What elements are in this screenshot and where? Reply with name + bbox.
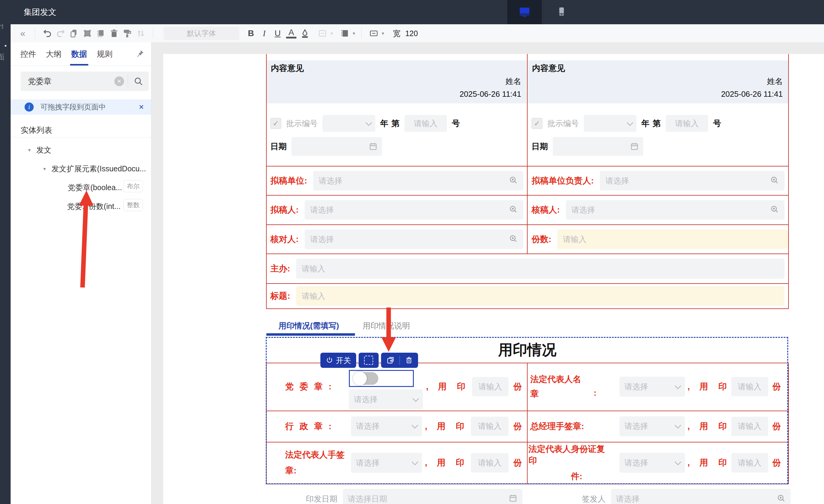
drafting-unit-row: 拟稿单位: 请选择: [270, 166, 523, 195]
undo-button[interactable]: [41, 27, 54, 40]
desktop-view-toggle[interactable]: [507, 0, 542, 24]
drafting-unit-head-row: 拟稿单位负责人: 请选择: [531, 166, 785, 195]
tab-outline[interactable]: 大纲: [46, 42, 62, 66]
search-button[interactable]: [128, 72, 149, 91]
number-input[interactable]: 请输入: [665, 115, 708, 132]
title-row: 标题: 请输入: [270, 284, 785, 308]
panel-tabs: 控件 大纲 数据 规则: [11, 42, 151, 66]
opinion-title: 内容意见: [532, 63, 565, 74]
close-icon[interactable]: ×: [139, 102, 144, 112]
copies-row: 份数: 请输入: [531, 225, 788, 254]
chevron-down-icon[interactable]: ▼: [381, 31, 385, 36]
print-date-label: 印发日期: [306, 494, 337, 504]
search-value[interactable]: 党委章: [21, 76, 114, 87]
issue-label: 第: [391, 118, 400, 129]
tree-node-root[interactable]: ▼ 发文: [27, 145, 51, 155]
field-label: 核稿人:: [531, 204, 560, 216]
approval-checkbox[interactable]: ✓: [531, 118, 542, 129]
toolbar-separator: [153, 28, 153, 38]
tab-data[interactable]: 数据: [71, 42, 87, 66]
underline-button[interactable]: U: [271, 28, 284, 38]
number-suffix: 号: [713, 118, 721, 129]
cell-fill-button[interactable]: [338, 27, 351, 40]
trash-icon: [405, 356, 413, 364]
year-label: 年: [380, 118, 388, 129]
copy-button[interactable]: [67, 27, 81, 40]
paste-style-button[interactable]: [94, 27, 107, 40]
tree-node-extension[interactable]: ▼ 发文扩展元素(IssuedDocu...: [42, 164, 146, 174]
number-input[interactable]: 请输入: [404, 115, 447, 132]
divider: [11, 137, 151, 137]
field-search-input[interactable]: 党委章 ×: [21, 72, 149, 91]
field-type-badge: 布尔: [123, 180, 143, 192]
redo-button[interactable]: [54, 27, 67, 40]
organizer-input[interactable]: 请输入: [296, 259, 785, 279]
move-updown-button[interactable]: [134, 27, 147, 40]
magnifier-plus-icon: [770, 205, 779, 215]
tab-seal-notes[interactable]: 用印情况说明: [363, 321, 410, 331]
entity-list-title: 实体列表: [21, 125, 52, 136]
placeholder: 请输入: [675, 118, 699, 129]
signer-row: 签发人 请选择: [582, 489, 791, 504]
font-family-select[interactable]: 默认字体: [164, 27, 239, 40]
drafting-unit-head-select[interactable]: 请选择: [600, 171, 785, 191]
copies-input[interactable]: 请输入: [557, 230, 788, 249]
clear-search-icon[interactable]: ×: [114, 77, 124, 86]
info-icon: i: [24, 103, 34, 112]
field-label: 主办:: [270, 263, 290, 274]
checker-select[interactable]: 请选择: [305, 230, 523, 249]
font-family-value: 默认字体: [187, 28, 216, 38]
rail-dot: ●: [4, 43, 7, 48]
tree-node-label: 发文: [36, 145, 51, 155]
table-border-right: [788, 54, 789, 309]
rail-clipped-glyph: 面: [0, 52, 5, 62]
switch-component-tag[interactable]: 开关: [320, 353, 356, 368]
date-input[interactable]: [292, 137, 382, 156]
print-date-input[interactable]: 请选择日期: [343, 489, 522, 504]
caret-down-icon[interactable]: ▼: [42, 166, 47, 171]
year-select[interactable]: [322, 115, 375, 132]
merge-cell-button[interactable]: [316, 27, 329, 40]
document-title-input[interactable]: 请输入: [296, 286, 785, 306]
opinion-block[interactable]: 内容意见 姓名 2025-06-26 11:41: [528, 60, 788, 103]
placeholder: 请选择: [571, 205, 595, 215]
seal-border-right: [788, 363, 789, 484]
italic-button[interactable]: I: [258, 28, 271, 38]
select-parent-button[interactable]: [358, 353, 379, 368]
delete-component-button[interactable]: [400, 356, 418, 364]
caret-down-icon[interactable]: ▼: [27, 148, 31, 152]
approval-label: 批示编号: [547, 118, 579, 129]
chevron-down-icon[interactable]: ▼: [330, 31, 334, 36]
signer-select[interactable]: 请选择: [611, 489, 791, 504]
tree-field-integer[interactable]: 党委...份数(int...: [67, 201, 120, 211]
highlight-color-button[interactable]: [298, 27, 312, 40]
pin-icon[interactable]: [135, 49, 144, 59]
border-style-button[interactable]: [367, 27, 381, 40]
top-title-bar: [0, 0, 824, 24]
tab-rules[interactable]: 规则: [97, 42, 113, 66]
reviewer-select[interactable]: 请选择: [566, 200, 785, 220]
tab-controls[interactable]: 控件: [20, 42, 36, 66]
bold-button[interactable]: B: [244, 28, 258, 38]
chevron-down-icon[interactable]: ▼: [352, 31, 356, 36]
duplicate-button[interactable]: [381, 356, 400, 365]
table-row-border: [267, 308, 789, 309]
approval-checkbox[interactable]: ✓: [270, 118, 281, 129]
drafting-unit-select[interactable]: 请选择: [313, 171, 523, 191]
crop-frame-button[interactable]: [81, 27, 94, 40]
field-type-badge: 整数: [123, 199, 143, 211]
delete-button[interactable]: [107, 27, 121, 40]
format-painter-button[interactable]: [121, 27, 134, 40]
left-nav-rail[interactable]: 月 ● 面: [0, 24, 11, 504]
opinion-block[interactable]: 内容意见 姓名 2025-06-26 11:41: [267, 60, 527, 103]
tab-seal-required[interactable]: 用印情况(需填写): [279, 321, 339, 331]
field-label: 党委章(boolea...: [68, 182, 122, 193]
drafter-select[interactable]: 请选择: [305, 200, 523, 220]
date-input[interactable]: [553, 137, 643, 156]
collapse-sidebar-button[interactable]: «: [16, 27, 29, 40]
field-label: 拟稿单位负责人:: [531, 175, 594, 186]
mobile-view-toggle[interactable]: [551, 0, 572, 24]
width-value[interactable]: 120: [405, 29, 418, 38]
year-select[interactable]: [584, 115, 636, 132]
font-color-button[interactable]: A: [286, 28, 296, 38]
